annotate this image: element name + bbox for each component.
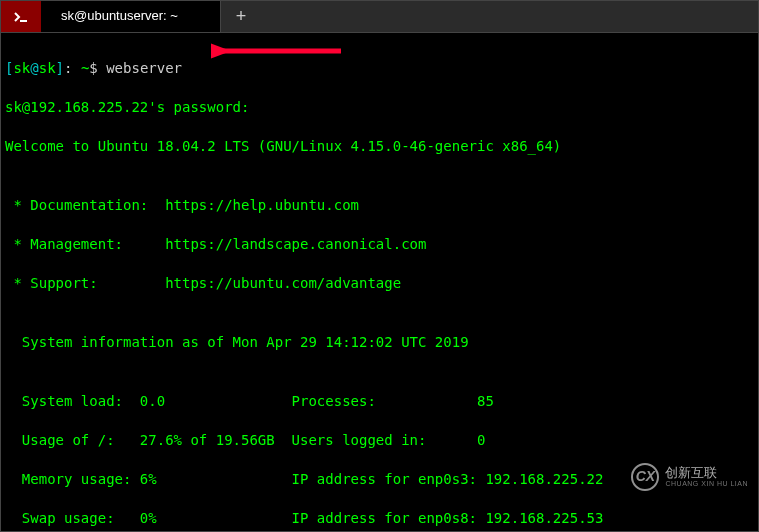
watermark-logo-icon: CX [631,463,659,491]
sep: : [64,60,81,76]
terminal-viewport[interactable]: [sk@sk]: ~$ webserver sk@192.168.225.22'… [1,33,758,532]
sysinfo-row: Swap usage: 0% IP address for enp0s8: 19… [5,509,754,529]
dollar: $ [89,60,106,76]
password-prompt: sk@192.168.225.22's password: [5,98,754,118]
tab-active[interactable]: sk@ubuntuserver: ~ [41,1,221,32]
plus-icon: + [236,4,247,29]
annotation-arrow-icon [211,41,351,61]
mgmt-line: * Management: https://landscape.canonica… [5,235,754,255]
new-tab-button[interactable]: + [221,1,261,32]
prompt-host: sk [39,60,56,76]
tab-bar: sk@ubuntuserver: ~ + [1,1,758,33]
sysinfo-header: System information as of Mon Apr 29 14:1… [5,333,754,353]
watermark-text-en: CHUANG XIN HU LIAN [665,480,748,488]
doc-line: * Documentation: https://help.ubuntu.com [5,196,754,216]
sysinfo-row: Usage of /: 27.6% of 19.56GB Users logge… [5,431,754,451]
watermark-text-cn: 创新互联 [665,466,748,481]
welcome-line: Welcome to Ubuntu 18.04.2 LTS (GNU/Linux… [5,137,754,157]
terminal-icon [1,1,41,32]
support-line: * Support: https://ubuntu.com/advantage [5,274,754,294]
prompt-line-1: [sk@sk]: ~$ webserver [5,59,754,79]
sysinfo-row: System load: 0.0 Processes: 85 [5,392,754,412]
typed-command: webserver [106,60,182,76]
at-sign: @ [30,60,38,76]
bracket: ] [56,60,64,76]
prompt-user: sk [13,60,30,76]
watermark: CX 创新互联 CHUANG XIN HU LIAN [631,463,748,491]
tab-title: sk@ubuntuserver: ~ [61,7,178,25]
